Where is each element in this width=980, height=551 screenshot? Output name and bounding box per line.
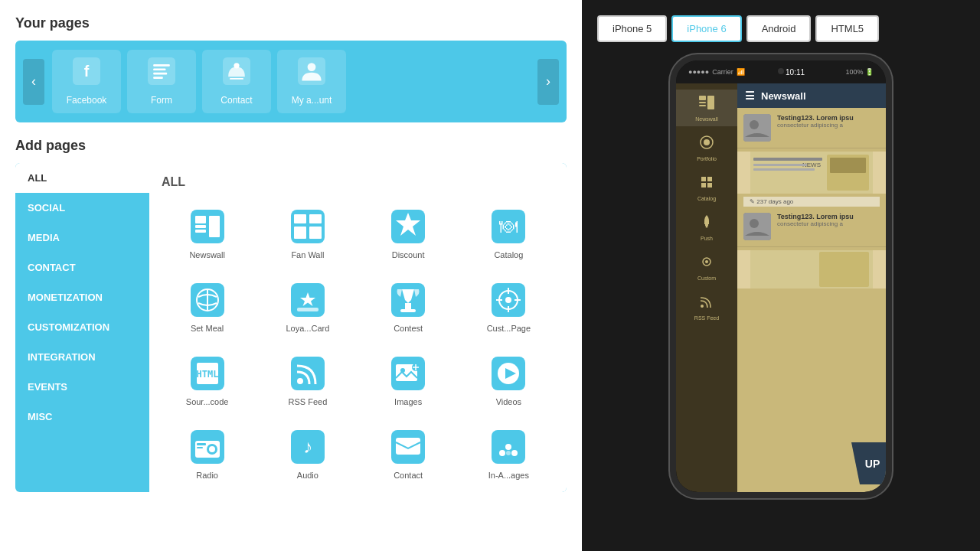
add-pages-container: ALL SOCIAL MEDIA CONTACT MONETIZATION CU… bbox=[15, 163, 567, 492]
svg-rect-31 bbox=[405, 303, 411, 309]
app-icon-catalog[interactable]: 🍽 Catalog bbox=[463, 201, 554, 266]
svg-rect-70 bbox=[699, 96, 706, 100]
page-item-form[interactable]: Form bbox=[127, 50, 196, 113]
app-icon-inapp[interactable]: In-A...ages bbox=[463, 422, 554, 486]
app-icon-contest[interactable]: Contest bbox=[363, 275, 454, 339]
setmeal-icon bbox=[188, 281, 227, 319]
device-buttons: iPhone 5 iPhone 6 Android HTML5 bbox=[597, 15, 965, 42]
svg-rect-9 bbox=[230, 78, 243, 80]
iphone6-button[interactable]: iPhone 6 bbox=[671, 15, 741, 42]
phone-outer: ●●●●● Carrier 📶 10:11 100% 🔋 bbox=[670, 54, 892, 498]
svg-rect-16 bbox=[209, 216, 220, 237]
pages-next-button[interactable]: › bbox=[537, 59, 559, 105]
sidebar-catalog[interactable]: Catalog bbox=[676, 169, 737, 206]
sidebar-portfolio-label: Portfolio bbox=[697, 156, 717, 161]
audio-icon: ♪ bbox=[289, 428, 327, 466]
app-icon-radio[interactable]: Radio bbox=[162, 422, 253, 486]
svg-point-79 bbox=[705, 260, 708, 263]
news-title-3: Testing123. Lorem ipsu bbox=[777, 213, 880, 220]
svg-point-80 bbox=[701, 305, 704, 308]
news-item-2[interactable]: NEWS ✎ 237 days ago bbox=[737, 152, 886, 207]
sidebar-custom[interactable]: Custom bbox=[676, 249, 737, 285]
category-customization[interactable]: CUSTOMIZATION bbox=[15, 312, 149, 342]
sidebar-rss[interactable]: RSS Feed bbox=[676, 289, 737, 325]
catalog-icon: 🍽 bbox=[489, 207, 528, 246]
news-item-1[interactable]: Testing123. Lorem ipsu consectetur adipi… bbox=[737, 108, 886, 148]
category-monetization[interactable]: MONETIZATION bbox=[15, 282, 149, 312]
svg-rect-5 bbox=[153, 73, 167, 75]
time-display: 10:11 bbox=[786, 68, 805, 77]
svg-point-66 bbox=[505, 444, 511, 450]
phone-content-body: Testing123. Lorem ipsu consectetur adipi… bbox=[737, 108, 886, 492]
app-icon-custompage[interactable]: Cust...Page bbox=[463, 275, 554, 339]
sidebar-newswall[interactable]: Newswall bbox=[676, 90, 737, 126]
app-icon-audio[interactable]: ♪ Audio bbox=[262, 422, 353, 486]
category-misc[interactable]: MISC bbox=[15, 402, 149, 432]
page-label-form: Form bbox=[151, 95, 172, 106]
svg-rect-29 bbox=[297, 308, 318, 311]
category-social[interactable]: SOCIAL bbox=[15, 193, 149, 223]
phone-sidebar: Newswall Portfolio Catal bbox=[676, 83, 737, 492]
app-icon-videos[interactable]: Videos bbox=[463, 348, 554, 412]
page-label-contact: Contact bbox=[220, 95, 252, 106]
news-text-3: Testing123. Lorem ipsu consectetur adipi… bbox=[777, 213, 880, 227]
app-icon-images[interactable]: Images bbox=[363, 348, 454, 412]
category-contact[interactable]: CONTACT bbox=[15, 253, 149, 282]
svg-point-11 bbox=[308, 63, 316, 71]
category-all[interactable]: ALL bbox=[15, 163, 149, 193]
svg-point-57 bbox=[209, 446, 215, 452]
iphone5-button[interactable]: iPhone 5 bbox=[597, 15, 667, 42]
svg-rect-14 bbox=[195, 225, 206, 228]
news-item-3[interactable]: Testing123. Lorem ipsu consectetur adipi… bbox=[737, 207, 886, 247]
svg-point-75 bbox=[704, 139, 710, 145]
sidebar-portfolio[interactable]: Portfolio bbox=[676, 129, 737, 166]
fanwall-label: Fan Wall bbox=[291, 250, 324, 259]
app-icon-setmeal[interactable]: Set Meal bbox=[162, 275, 253, 339]
contact-icon bbox=[223, 57, 250, 90]
html5-button[interactable]: HTML5 bbox=[815, 15, 879, 42]
custompage-icon bbox=[489, 281, 528, 319]
inapp-icon bbox=[489, 428, 528, 466]
svg-rect-6 bbox=[153, 77, 163, 79]
app-icon-discount[interactable]: Discount bbox=[363, 201, 454, 266]
news-desc-3: consectetur adipiscing a bbox=[777, 220, 880, 227]
svg-rect-19 bbox=[309, 214, 322, 223]
category-media[interactable]: MEDIA bbox=[15, 223, 149, 253]
phone-mockup-wrapper: ●●●●● Carrier 📶 10:11 100% 🔋 bbox=[597, 54, 965, 498]
svg-rect-13 bbox=[195, 216, 206, 223]
app-icon-newswall[interactable]: Newswall bbox=[162, 201, 253, 266]
sidebar-custom-icon bbox=[698, 253, 715, 274]
images-label: Images bbox=[394, 397, 422, 406]
page-item-contact[interactable]: Contact bbox=[202, 50, 271, 113]
page-item-account[interactable]: My a...unt bbox=[277, 50, 346, 113]
app-icon-rssfeed[interactable]: RSS Feed bbox=[262, 348, 353, 412]
news-timestamp: ✎ 237 days ago bbox=[743, 197, 880, 207]
contest-label: Contest bbox=[394, 324, 423, 333]
sidebar-catalog-icon bbox=[698, 174, 715, 194]
phone-content: ☰ Newswall Testing123. Lorem ipsu bbox=[737, 83, 886, 492]
svg-point-68 bbox=[506, 451, 511, 455]
pages-prev-button[interactable]: ‹ bbox=[23, 59, 44, 105]
app-icon-loyalcard[interactable]: Loya...Card bbox=[262, 275, 353, 339]
sidebar-push-label: Push bbox=[701, 236, 713, 241]
android-button[interactable]: Android bbox=[746, 15, 812, 42]
sourcecode-label: Sour...code bbox=[186, 397, 229, 406]
news-desc-1: consectetur adipiscing a bbox=[777, 122, 880, 129]
category-events[interactable]: EVENTS bbox=[15, 372, 149, 402]
app-icon-sourcecode[interactable]: HTML Sour...code bbox=[162, 348, 253, 412]
page-item-facebook[interactable]: f Facebook bbox=[52, 50, 121, 113]
svg-rect-43 bbox=[291, 357, 325, 390]
wifi-icon: 📶 bbox=[737, 68, 745, 76]
radio-label: Radio bbox=[196, 471, 218, 480]
news-thumb-1 bbox=[743, 114, 771, 142]
phone-camera bbox=[778, 68, 784, 74]
app-icon-contact2[interactable]: Contact bbox=[363, 422, 454, 486]
category-integration[interactable]: INTEGRATION bbox=[15, 342, 149, 372]
svg-text:HTML: HTML bbox=[196, 369, 218, 380]
svg-rect-88 bbox=[753, 164, 807, 166]
videos-label: Videos bbox=[496, 397, 521, 406]
app-icon-fanwall[interactable]: Fan Wall bbox=[262, 201, 353, 266]
phone-header-title: Newswall bbox=[761, 90, 806, 102]
sidebar-push[interactable]: Push bbox=[676, 209, 737, 246]
discount-label: Discount bbox=[392, 250, 425, 259]
